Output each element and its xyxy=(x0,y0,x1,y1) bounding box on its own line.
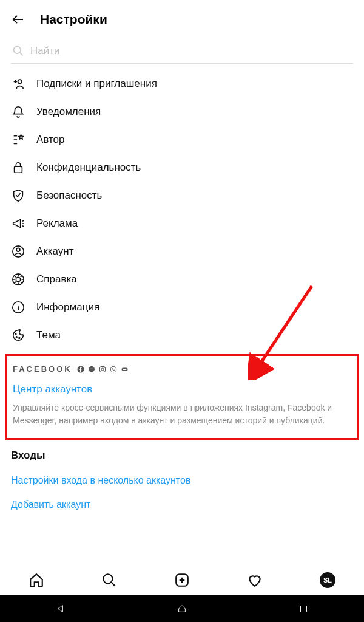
add-user-icon xyxy=(11,77,25,91)
page-title: Настройки xyxy=(40,12,107,27)
settings-menu: Подписки и приглашения Уведомления Автор… xyxy=(0,67,364,350)
svg-point-9 xyxy=(16,337,17,338)
star-icon xyxy=(11,132,25,147)
menu-item-label: Уведомления xyxy=(36,106,101,118)
menu-item-follows[interactable]: Подписки и приглашения xyxy=(0,70,364,98)
add-account-link[interactable]: Добавить аккаунт xyxy=(11,499,353,510)
svg-point-10 xyxy=(19,338,20,339)
account-icon xyxy=(11,244,25,259)
menu-item-label: Подписки и приглашения xyxy=(36,78,157,90)
search-input[interactable] xyxy=(30,45,352,57)
menu-item-creator[interactable]: Автор xyxy=(0,126,364,154)
svg-point-0 xyxy=(14,47,21,54)
brand-icons xyxy=(77,365,129,373)
android-nav-bar xyxy=(0,595,364,622)
search-icon xyxy=(101,572,117,588)
menu-item-security[interactable]: Безопасность xyxy=(0,182,364,210)
menu-item-about[interactable]: Информация xyxy=(0,293,364,321)
theme-icon xyxy=(11,328,25,343)
menu-item-label: Конфиденциальность xyxy=(36,162,141,174)
bell-icon xyxy=(11,104,25,119)
plus-square-icon xyxy=(174,572,190,588)
logins-heading: Входы xyxy=(11,449,353,462)
search-icon xyxy=(12,45,24,57)
menu-item-label: Аккаунт xyxy=(36,245,74,258)
whatsapp-icon xyxy=(110,365,118,373)
instagram-icon xyxy=(99,365,107,373)
triangle-back-icon xyxy=(56,604,66,613)
tab-home[interactable] xyxy=(29,572,44,588)
heart-icon xyxy=(247,572,263,588)
messenger-icon xyxy=(88,365,96,373)
square-icon xyxy=(299,604,308,613)
accounts-center-section: FACEBOOK Центр аккаунтов Управляйте крос… xyxy=(5,354,359,440)
facebook-icon xyxy=(77,365,85,373)
svg-point-4 xyxy=(16,248,20,251)
avatar: SL xyxy=(320,572,335,588)
menu-item-theme[interactable]: Тема xyxy=(0,321,364,349)
tab-search[interactable] xyxy=(101,572,117,588)
tab-activity[interactable] xyxy=(247,572,263,588)
svg-point-8 xyxy=(15,333,16,335)
menu-item-help[interactable]: Справка xyxy=(0,265,364,293)
nav-back[interactable] xyxy=(55,603,67,615)
menu-item-notifications[interactable]: Уведомления xyxy=(0,98,364,126)
help-icon xyxy=(11,272,25,287)
back-button[interactable] xyxy=(11,12,25,27)
menu-item-label: Справка xyxy=(36,273,77,285)
svg-point-15 xyxy=(110,366,116,372)
home-icon xyxy=(29,572,44,588)
svg-rect-17 xyxy=(123,369,126,370)
logins-section: Входы Настройки входа в несколько аккаун… xyxy=(0,440,364,510)
nav-home[interactable] xyxy=(176,603,188,615)
menu-item-privacy[interactable]: Конфиденциальность xyxy=(0,154,364,182)
multi-account-login-link[interactable]: Настройки входа в несколько аккаунтов xyxy=(11,475,353,486)
nav-recent[interactable] xyxy=(297,603,309,615)
svg-point-6 xyxy=(16,277,20,281)
svg-point-14 xyxy=(104,367,104,367)
lock-icon xyxy=(11,160,25,175)
facebook-wordmark: FACEBOOK xyxy=(13,364,72,374)
menu-item-label: Информация xyxy=(36,301,99,313)
accounts-center-link[interactable]: Центр аккаунтов xyxy=(13,383,351,395)
facebook-brand-row: FACEBOOK xyxy=(13,364,351,374)
megaphone-icon xyxy=(11,216,25,231)
shield-icon xyxy=(11,188,25,203)
menu-item-ads[interactable]: Реклама xyxy=(0,210,364,238)
header: Настройки xyxy=(0,0,364,35)
oculus-icon xyxy=(121,365,129,373)
menu-item-label: Тема xyxy=(36,329,61,341)
menu-item-label: Безопасность xyxy=(36,190,102,202)
svg-point-13 xyxy=(101,368,104,371)
svg-point-1 xyxy=(18,80,22,83)
arrow-left-icon xyxy=(11,12,25,27)
menu-item-account[interactable]: Аккаунт xyxy=(0,238,364,265)
menu-item-label: Автор xyxy=(36,134,65,146)
info-icon xyxy=(11,300,25,315)
accounts-center-description: Управляйте кросс-сервисными функциями в … xyxy=(13,402,351,427)
tab-profile[interactable]: SL xyxy=(320,572,335,588)
search-field[interactable] xyxy=(11,41,353,64)
bottom-tab-bar: SL xyxy=(0,564,364,595)
tab-new-post[interactable] xyxy=(174,572,190,588)
svg-point-18 xyxy=(103,574,112,583)
nav-home-icon xyxy=(177,604,187,613)
menu-item-label: Реклама xyxy=(36,217,78,230)
svg-rect-2 xyxy=(15,166,22,173)
svg-rect-20 xyxy=(300,606,306,612)
